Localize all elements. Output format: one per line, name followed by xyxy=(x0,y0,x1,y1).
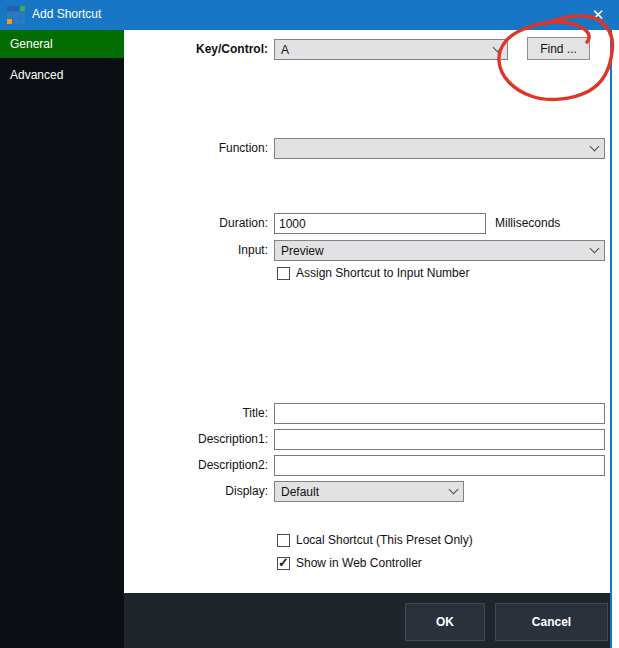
title-bar: Add Shortcut ✕ xyxy=(0,0,619,30)
icon-tile xyxy=(7,12,12,17)
description2-label: Description2: xyxy=(130,455,268,476)
checkbox-icon[interactable] xyxy=(277,534,290,547)
icon-tile xyxy=(20,6,25,11)
window-right-border xyxy=(610,30,612,648)
icon-tile xyxy=(20,19,25,24)
title-label: Title: xyxy=(130,403,268,424)
local-shortcut-checkbox-label: Local Shortcut (This Preset Only) xyxy=(296,533,473,547)
icon-tile xyxy=(13,19,18,24)
window-title: Add Shortcut xyxy=(32,7,101,21)
chevron-down-icon xyxy=(493,43,503,53)
duration-label: Duration: xyxy=(130,213,268,234)
input-label: Input: xyxy=(130,240,268,261)
find-button[interactable]: Find ... xyxy=(527,37,590,60)
icon-tile xyxy=(13,12,18,17)
description1-label: Description1: xyxy=(130,429,268,450)
key-control-label: Key/Control: xyxy=(130,39,268,60)
title-input[interactable] xyxy=(274,403,605,424)
input-value: Preview xyxy=(281,244,591,258)
description2-input[interactable] xyxy=(274,455,605,476)
sidebar-item-advanced[interactable]: Advanced xyxy=(0,60,124,90)
key-control-value: A xyxy=(281,43,494,57)
add-shortcut-dialog: Add Shortcut ✕ General Advanced Key/Cont… xyxy=(0,0,619,648)
assign-shortcut-checkbox[interactable]: Assign Shortcut to Input Number xyxy=(277,266,469,280)
general-tab-panel xyxy=(124,30,610,593)
chevron-down-icon xyxy=(590,142,600,152)
icon-tile xyxy=(13,6,18,11)
footer-bar: OK Cancel xyxy=(124,593,610,648)
chevron-down-icon xyxy=(590,244,600,254)
description1-input[interactable] xyxy=(274,429,605,450)
display-value: Default xyxy=(281,485,450,499)
close-icon[interactable]: ✕ xyxy=(581,0,615,30)
function-dropdown[interactable] xyxy=(274,138,605,159)
icon-tile xyxy=(20,12,25,17)
function-label: Function: xyxy=(130,138,268,159)
assign-shortcut-checkbox-label: Assign Shortcut to Input Number xyxy=(296,266,469,280)
duration-input[interactable] xyxy=(274,213,486,234)
key-control-dropdown[interactable]: A xyxy=(274,39,508,60)
sidebar: General Advanced xyxy=(0,30,124,648)
display-dropdown[interactable]: Default xyxy=(274,481,464,502)
display-label: Display: xyxy=(130,481,268,502)
milliseconds-label: Milliseconds xyxy=(495,213,560,234)
app-grid-icon xyxy=(7,6,25,24)
web-controller-checkbox-label: Show in Web Controller xyxy=(296,556,422,570)
cancel-button[interactable]: Cancel xyxy=(495,603,608,641)
icon-tile xyxy=(7,6,12,11)
icon-tile xyxy=(7,19,12,24)
ok-button[interactable]: OK xyxy=(405,603,485,641)
sidebar-item-general[interactable]: General xyxy=(0,30,124,58)
web-controller-checkbox[interactable]: Show in Web Controller xyxy=(277,556,422,570)
input-dropdown[interactable]: Preview xyxy=(274,240,605,261)
checkbox-icon[interactable] xyxy=(277,267,290,280)
local-shortcut-checkbox[interactable]: Local Shortcut (This Preset Only) xyxy=(277,533,473,547)
chevron-down-icon xyxy=(449,485,459,495)
checkbox-checked-icon[interactable] xyxy=(277,557,290,570)
